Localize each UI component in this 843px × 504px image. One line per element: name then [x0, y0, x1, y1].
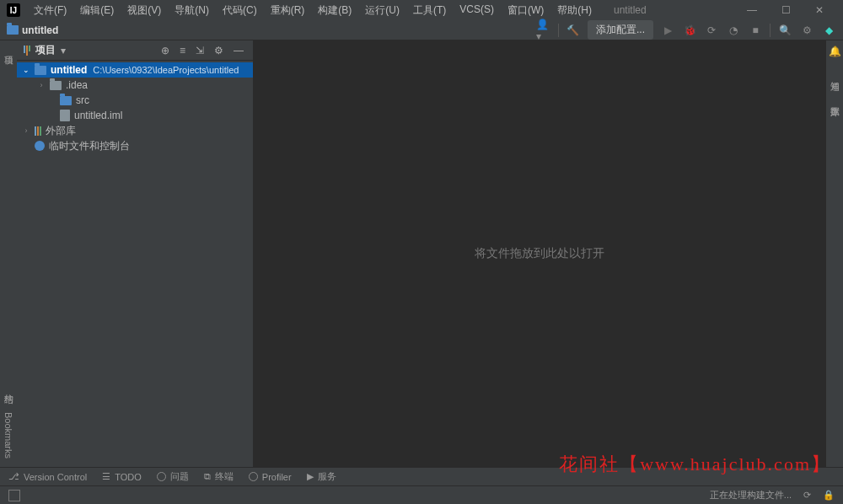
editor-placeholder: 将文件拖放到此处以打开 — [475, 246, 604, 261]
folder-icon — [7, 25, 19, 35]
close-button[interactable]: ✕ — [803, 0, 836, 20]
menu-help[interactable]: 帮助(H) — [552, 2, 597, 19]
status-bar: 正在处理构建文件... ⟳ 🔒 — [0, 485, 843, 504]
menu-edit[interactable]: 编辑(E) — [75, 2, 119, 19]
library-icon — [35, 126, 41, 136]
debug-icon[interactable]: 🐞 — [682, 23, 697, 38]
project-panel: 项目 ▾ ⊕ ≡ ⇲ ⚙ — ⌄ untitled C:\Users\0932\… — [17, 40, 253, 467]
file-icon — [60, 110, 70, 121]
navigation-bar: untitled 👤▾ 🔨 添加配置... ▶ 🐞 ⟳ ◔ ■ 🔍 ⚙ ◆ — [0, 20, 843, 40]
tree-idea-folder[interactable]: › .idea — [17, 78, 253, 93]
hide-panel-icon[interactable]: — — [231, 45, 246, 56]
project-tree[interactable]: ⌄ untitled C:\Users\0932\IdeaProjects\un… — [17, 61, 253, 467]
settings-icon[interactable]: ⚙ — [799, 23, 814, 38]
separator — [558, 24, 559, 37]
left-gutter: 项目 结构 Bookmarks — [0, 40, 17, 467]
user-icon[interactable]: 👤▾ — [536, 23, 551, 38]
tool-todo[interactable]: ☰TODO — [102, 471, 142, 482]
expand-all-icon[interactable]: ≡ — [177, 45, 188, 56]
folder-icon — [35, 66, 46, 75]
tool-services[interactable]: ▶服务 — [307, 470, 336, 483]
status-message: 正在处理构建文件... — [710, 489, 792, 501]
menu-tools[interactable]: 工具(T) — [408, 2, 451, 19]
services-icon: ▶ — [307, 471, 314, 482]
menu-view[interactable]: 视图(V) — [122, 2, 166, 19]
toolwindow-toggle-icon[interactable] — [8, 490, 20, 501]
search-icon[interactable]: 🔍 — [777, 23, 792, 38]
tree-scratches[interactable]: 临时文件和控制台 — [17, 138, 253, 153]
warning-icon — [157, 472, 166, 481]
sidebar-project-tab[interactable]: 项目 — [3, 46, 15, 49]
menu-vcs[interactable]: VCS(S) — [454, 2, 499, 19]
app-logo-icon: IJ — [7, 3, 20, 17]
breadcrumb-project[interactable]: untitled — [22, 24, 58, 36]
profiler-icon — [249, 472, 258, 481]
build-icon[interactable]: 🔨 — [566, 23, 581, 38]
tool-version-control[interactable]: ⎇Version Control — [8, 471, 87, 482]
maximize-button[interactable]: ☐ — [769, 0, 803, 20]
tree-iml-file[interactable]: untitled.iml — [17, 108, 253, 123]
window-title: untitled — [614, 4, 647, 16]
chevron-right-icon[interactable]: › — [37, 81, 46, 89]
background-tasks-icon[interactable]: ⟳ — [803, 490, 811, 501]
scratch-icon — [35, 141, 45, 151]
titlebar: IJ 文件(F) 编辑(E) 视图(V) 导航(N) 代码(C) 重构(R) 构… — [0, 0, 843, 20]
tool-terminal[interactable]: ⧉终端 — [204, 470, 234, 483]
chevron-down-icon[interactable]: ⌄ — [22, 66, 30, 74]
add-configuration-button[interactable]: 添加配置... — [588, 20, 653, 40]
menu-file[interactable]: 文件(F) — [29, 2, 72, 19]
dropdown-icon[interactable]: ▾ — [61, 45, 66, 56]
menu-navigate[interactable]: 导航(N) — [169, 2, 214, 19]
project-panel-title: 项目 — [35, 43, 56, 57]
code-with-me-icon[interactable]: ◆ — [821, 23, 836, 38]
menu-window[interactable]: 窗口(W) — [502, 2, 549, 19]
lock-icon[interactable]: 🔒 — [823, 490, 835, 501]
editor-empty-state[interactable]: 将文件拖放到此处以打开 — [253, 40, 826, 467]
list-icon: ☰ — [102, 471, 110, 482]
terminal-icon: ⧉ — [204, 471, 211, 482]
tool-problems[interactable]: 问题 — [157, 470, 189, 483]
coverage-icon[interactable]: ⟳ — [704, 23, 719, 38]
folder-icon — [50, 81, 62, 90]
tool-profiler[interactable]: Profiler — [249, 472, 292, 482]
menu-run[interactable]: 运行(U) — [360, 2, 405, 19]
notifications-icon[interactable]: 🔔 — [829, 46, 841, 57]
select-opened-icon[interactable]: ⊕ — [158, 45, 172, 56]
menu-refactor[interactable]: 重构(R) — [266, 2, 310, 19]
menu-build[interactable]: 构建(B) — [313, 2, 357, 19]
run-icon[interactable]: ▶ — [660, 23, 675, 38]
profile-icon[interactable]: ◔ — [726, 23, 741, 38]
bottom-toolbar: ⎇Version Control ☰TODO 问题 ⧉终端 Profiler ▶… — [0, 467, 843, 485]
project-panel-icon — [24, 46, 30, 56]
sidebar-bookmarks-tab[interactable]: Bookmarks — [3, 412, 13, 458]
folder-icon — [60, 96, 72, 105]
separator — [770, 24, 771, 37]
gear-icon[interactable]: ⚙ — [212, 45, 226, 56]
tree-src-folder[interactable]: src — [17, 93, 253, 108]
menu-code[interactable]: 代码(C) — [217, 2, 262, 19]
collapse-all-icon[interactable]: ⇲ — [193, 45, 207, 56]
chevron-right-icon[interactable]: › — [22, 126, 30, 135]
branch-icon: ⎇ — [8, 471, 19, 482]
minimize-button[interactable]: — — [735, 0, 769, 20]
tree-root[interactable]: ⌄ untitled C:\Users\0932\IdeaProjects\un… — [17, 62, 253, 78]
right-gutter: 🔔 通知 数据库 — [826, 40, 843, 467]
tree-external-libs[interactable]: › 外部库 — [17, 123, 253, 138]
stop-icon[interactable]: ■ — [748, 23, 763, 38]
